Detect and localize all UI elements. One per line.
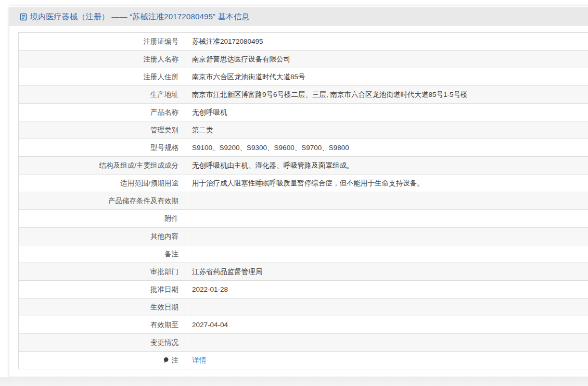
- row-label-text: 适用范围/预期用途: [120, 179, 178, 188]
- row-label: 其他内容: [19, 228, 185, 245]
- row-value-text: 无创呼吸机: [192, 108, 227, 117]
- row-value: 苏械注准20172080495: [185, 33, 588, 50]
- table-row: 适用范围/预期用途用于治疗成人阻塞性睡眠呼吸质量暂停综合症，但不能用于生命支持设…: [19, 175, 588, 192]
- row-value-text: 2022-01-28: [192, 285, 228, 293]
- row-label-text: 结构及组成/主要组成成分: [99, 161, 178, 170]
- table-row: 结构及组成/主要组成成分无创呼吸机由主机、湿化器、呼吸管路及面罩组成。: [19, 157, 588, 175]
- row-label: 型号规格: [19, 139, 185, 156]
- row-label-text: 注册人名称: [144, 55, 179, 64]
- row-label: 生效日期: [19, 298, 185, 316]
- row-value-text: 苏械注准20172080495: [192, 37, 263, 46]
- row-label: 注册证编号: [19, 33, 185, 50]
- row-label: 注册人名称: [19, 51, 185, 68]
- row-value-text: 第二类: [192, 126, 213, 135]
- row-label: 附件: [19, 210, 185, 227]
- row-label: 管理类别: [19, 121, 185, 139]
- row-value: 2027-04-04: [185, 316, 588, 333]
- registration-info-table: 注册证编号苏械注准20172080495注册人名称南京舒普思达医疗设备有限公司注…: [18, 32, 588, 369]
- row-value-text: 南京市江北新区博富路9号6号楼二层、三层, 南京市六合区龙池街道时代大道85号1…: [192, 90, 468, 99]
- row-label: 产品名称: [19, 104, 185, 121]
- details-link[interactable]: 详情: [192, 356, 206, 365]
- registration-info-card: 境内医疗器械（注册） —— “苏械注准20172080495” 基本信息 注册证…: [9, 6, 588, 377]
- row-value: 江苏省药品监督管理局: [185, 263, 588, 280]
- row-label: 审批部门: [19, 263, 185, 280]
- row-value: 南京市江北新区博富路9号6号楼二层、三层, 南京市六合区龙池街道时代大道85号1…: [185, 86, 588, 103]
- row-value: 南京舒普思达医疗设备有限公司: [185, 51, 588, 68]
- row-label-text: 生效日期: [150, 303, 178, 312]
- row-value-text: 2027-04-04: [192, 321, 228, 329]
- row-label-text: 注册人住所: [144, 72, 179, 82]
- table-row: 审批部门江苏省药品监督管理局: [19, 263, 588, 281]
- row-value: [185, 210, 588, 227]
- document-icon: [20, 13, 27, 21]
- row-label: 有效期至: [19, 316, 185, 333]
- row-label: 结构及组成/主要组成成分: [19, 157, 185, 174]
- table-row: 备注: [19, 245, 588, 263]
- row-label: 生产地址: [19, 86, 185, 103]
- row-label-text: 批准日期: [150, 285, 178, 294]
- row-value-text: 南京市六合区龙池街道时代大道85号: [192, 72, 305, 82]
- table-row: 生产地址南京市江北新区博富路9号6号楼二层、三层, 南京市六合区龙池街道时代大道…: [19, 86, 588, 104]
- row-label: 批准日期: [19, 281, 185, 298]
- table-row: 注详情: [19, 352, 588, 369]
- row-value-text: 江苏省药品监督管理局: [192, 267, 262, 277]
- row-label-text: 管理类别: [150, 126, 178, 135]
- balloon-icon: [163, 357, 169, 364]
- table-row: 注册证编号苏械注准20172080495: [19, 33, 588, 51]
- page-title: 境内医疗器械（注册） —— “苏械注准20172080495” 基本信息: [30, 12, 249, 22]
- row-value: S9100、S9200、S9300、S9600、S9700、S9800: [185, 139, 588, 156]
- table-row: 产品储存条件及有效期: [19, 192, 588, 210]
- row-label-text: 产品储存条件及有效期: [108, 196, 178, 206]
- row-label-text: 审批部门: [150, 267, 178, 277]
- table-row: 其他内容: [19, 228, 588, 245]
- row-value: 详情: [185, 352, 588, 369]
- row-label-text: 型号规格: [150, 143, 178, 153]
- row-value: 2022-01-28: [185, 281, 588, 298]
- row-value: 无创呼吸机由主机、湿化器、呼吸管路及面罩组成。: [185, 157, 588, 174]
- table-row: 有效期至2027-04-04: [19, 316, 588, 334]
- table-row: 产品名称无创呼吸机: [19, 104, 588, 121]
- row-label: 注: [19, 352, 185, 369]
- row-label: 注册人住所: [19, 68, 185, 85]
- row-label: 适用范围/预期用途: [19, 175, 185, 192]
- row-label-text: 注: [172, 356, 179, 365]
- table-row: 变更情况: [19, 334, 588, 352]
- row-value: [185, 298, 588, 316]
- row-value: 南京市六合区龙池街道时代大道85号: [185, 68, 588, 85]
- row-label-text: 备注: [164, 250, 178, 259]
- row-label-text: 附件: [164, 214, 178, 223]
- row-label-text: 其他内容: [150, 232, 178, 241]
- row-label: 变更情况: [19, 334, 185, 351]
- card-header: 境内医疗器械（注册） —— “苏械注准20172080495” 基本信息: [9, 7, 588, 26]
- row-value: 第二类: [185, 121, 588, 139]
- row-value: [185, 245, 588, 263]
- row-label-text: 有效期至: [150, 320, 178, 330]
- row-value: [185, 334, 588, 351]
- table-row: 注册人住所南京市六合区龙池街道时代大道85号: [19, 68, 588, 86]
- row-label: 产品储存条件及有效期: [19, 192, 185, 209]
- table-row: 型号规格S9100、S9200、S9300、S9600、S9700、S9800: [19, 139, 588, 157]
- table-row: 管理类别第二类: [19, 121, 588, 139]
- row-value: 用于治疗成人阻塞性睡眠呼吸质量暂停综合症，但不能用于生命支持设备。: [185, 175, 588, 192]
- table-row: 注册人名称南京舒普思达医疗设备有限公司: [19, 51, 588, 68]
- row-value: [185, 192, 588, 209]
- row-value-text: 用于治疗成人阻塞性睡眠呼吸质量暂停综合症，但不能用于生命支持设备。: [192, 179, 424, 188]
- row-value-text: 南京舒普思达医疗设备有限公司: [192, 55, 290, 64]
- page-bottom-strip: [0, 377, 588, 386]
- table-row: 附件: [19, 210, 588, 228]
- row-label-text: 注册证编号: [144, 37, 179, 46]
- row-label-text: 变更情况: [150, 338, 178, 347]
- table-row: 批准日期2022-01-28: [19, 281, 588, 298]
- row-label-text: 生产地址: [150, 90, 178, 99]
- row-label-text: 产品名称: [150, 108, 178, 117]
- table-row: 生效日期: [19, 298, 588, 316]
- row-value: [185, 228, 588, 245]
- row-value-text: S9100、S9200、S9300、S9600、S9700、S9800: [192, 143, 349, 153]
- row-value-text: 无创呼吸机由主机、湿化器、呼吸管路及面罩组成。: [192, 161, 354, 170]
- row-value: 无创呼吸机: [185, 104, 588, 121]
- row-label: 备注: [19, 245, 185, 263]
